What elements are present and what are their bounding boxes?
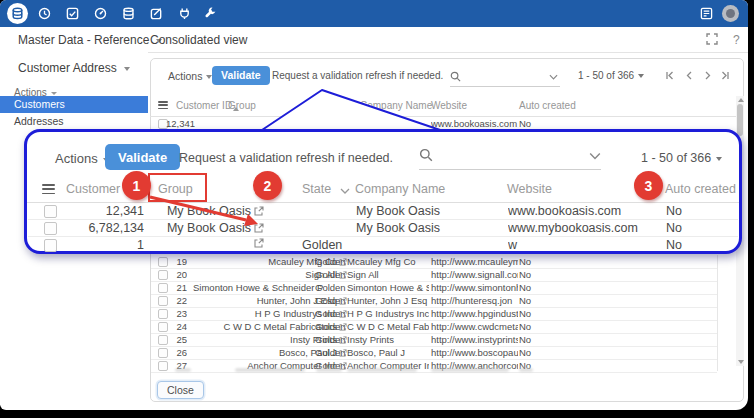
first-page-icon[interactable] bbox=[664, 70, 675, 81]
pagination-range[interactable]: 1 - 50 of 366 bbox=[641, 151, 722, 165]
table-row[interactable]: 6,782,134 My Book Oasis My Book Oasis ww… bbox=[28, 219, 738, 237]
plug-icon[interactable] bbox=[178, 7, 191, 20]
table-row[interactable]: 22 Hunter, John J Esq Golden Hunter, Joh… bbox=[151, 294, 717, 308]
table-row[interactable]: 20 Sign All Golden Sign All http://www.s… bbox=[151, 268, 717, 282]
cell-auto-created: No bbox=[666, 238, 706, 252]
cell-website: http://www.hpgindustrysinc.co bbox=[431, 308, 518, 319]
column-auto-created[interactable]: Auto created bbox=[519, 100, 576, 111]
external-link-icon bbox=[339, 120, 347, 128]
chevron-down-icon bbox=[638, 74, 644, 78]
cell-customer-id: 26 bbox=[151, 347, 187, 358]
column-company-name[interactable]: Company Name bbox=[355, 182, 445, 196]
cell-company: Sign All bbox=[347, 269, 429, 280]
search-input[interactable] bbox=[419, 144, 601, 170]
grid-actions-menu[interactable]: Actions bbox=[55, 151, 109, 166]
row-checkbox[interactable] bbox=[44, 205, 57, 218]
column-website[interactable]: Website bbox=[431, 100, 467, 111]
data-stack-icon[interactable] bbox=[122, 7, 135, 20]
highlight-rectangle-group-column bbox=[148, 173, 207, 202]
group-link-label: Simonton Howe & Schneider P bbox=[193, 282, 323, 293]
screenshot-stage: Master Data - Reference Consolidated vie… bbox=[0, 0, 754, 418]
dataset-selector[interactable]: Customer Address bbox=[18, 61, 130, 75]
search-input[interactable] bbox=[450, 68, 560, 87]
column-customer-id[interactable]: Customer ID bbox=[176, 100, 232, 111]
cell-website: http://www.cwdcmetalfabricat bbox=[431, 321, 518, 332]
cell-state: Golden bbox=[315, 347, 349, 358]
scrollbar-thumb[interactable] bbox=[737, 104, 743, 136]
validate-button[interactable]: Validate bbox=[105, 144, 180, 170]
scroll-down-icon[interactable] bbox=[738, 360, 744, 364]
chevron-down-icon[interactable] bbox=[549, 74, 558, 80]
top-navigation-bar bbox=[0, 0, 748, 27]
cell-customer-id: 1 bbox=[58, 238, 144, 252]
table-row[interactable]: 24 C W D C Metal Fabricators Golden C W … bbox=[151, 320, 717, 334]
module-selector[interactable]: Master Data - Reference bbox=[18, 33, 162, 47]
expand-icon[interactable] bbox=[706, 33, 718, 45]
cell-auto-created: No bbox=[519, 282, 549, 293]
table-row[interactable]: 23 H P G Industrys Inc Golden H P G Indu… bbox=[151, 307, 717, 321]
pagination-label: 1 - 50 of 366 bbox=[578, 70, 634, 81]
grid-actions-label: Actions bbox=[168, 70, 202, 82]
table-row[interactable]: 25 Insty Prints Golden Insty Prints http… bbox=[151, 333, 717, 347]
grid-actions-menu[interactable]: Actions bbox=[168, 70, 212, 82]
user-avatar[interactable] bbox=[722, 5, 739, 22]
database-home-icon[interactable] bbox=[7, 3, 28, 24]
cell-auto-created: No bbox=[519, 256, 549, 267]
table-row[interactable]: 21 Simonton Howe & Schneider P Golden Si… bbox=[151, 281, 717, 295]
close-button[interactable]: Close bbox=[157, 381, 204, 399]
cell-group[interactable] bbox=[148, 238, 264, 248]
gauge-icon[interactable] bbox=[94, 7, 107, 20]
row-checkbox[interactable] bbox=[44, 239, 57, 252]
view-title: Consolidated view bbox=[150, 33, 247, 47]
sidebar-item-addresses[interactable]: Addresses bbox=[0, 113, 148, 130]
cell-company: Bosco, Paul J bbox=[347, 347, 429, 358]
column-menu-icon[interactable] bbox=[158, 101, 168, 109]
table-row[interactable]: 26 Bosco, Paul J Golden Bosco, Paul J ht… bbox=[151, 346, 717, 360]
column-menu-icon[interactable] bbox=[42, 184, 55, 194]
cell-group[interactable]: My Book Oasis bbox=[193, 118, 347, 129]
cell-group[interactable]: My Book Oasis bbox=[148, 204, 264, 218]
scroll-up-icon[interactable] bbox=[738, 98, 744, 102]
column-website[interactable]: Website bbox=[507, 182, 552, 196]
check-square-icon[interactable] bbox=[66, 7, 79, 20]
cell-state: Golden bbox=[315, 295, 349, 306]
chevron-down-icon bbox=[340, 188, 350, 194]
help-icon[interactable]: ? bbox=[733, 33, 740, 47]
column-company-name[interactable]: Company Name bbox=[360, 100, 432, 111]
dataset-title: Customer Address bbox=[18, 61, 117, 75]
form-icon[interactable] bbox=[700, 7, 713, 20]
validate-button[interactable]: Validate bbox=[212, 66, 270, 85]
table-row[interactable]: 1 Golden w No bbox=[28, 236, 738, 253]
column-state[interactable]: State bbox=[316, 100, 339, 111]
table-row[interactable]: 12,341 My Book Oasis My Book Oasis www.b… bbox=[28, 202, 738, 220]
cell-company: My Book Oasis bbox=[347, 118, 429, 129]
cell-customer-id: 20 bbox=[151, 269, 187, 280]
cell-website: www.bookoasis.com bbox=[508, 204, 658, 218]
search-icon bbox=[419, 148, 433, 162]
next-page-icon[interactable] bbox=[702, 70, 713, 81]
last-page-icon[interactable] bbox=[720, 70, 731, 81]
clock-icon[interactable] bbox=[38, 7, 51, 20]
column-auto-created[interactable]: Auto created bbox=[665, 182, 736, 196]
table-row[interactable]: 19 Mcauley Mfg Co Golden Mcauley Mfg Co … bbox=[151, 255, 717, 269]
chevron-down-icon[interactable] bbox=[589, 152, 601, 160]
wrench-icon[interactable] bbox=[204, 7, 217, 20]
column-group[interactable]: Group bbox=[228, 100, 256, 111]
chevron-down-icon bbox=[51, 92, 57, 95]
pagination-range[interactable]: 1 - 50 of 366 bbox=[578, 70, 644, 81]
row-checkbox[interactable] bbox=[44, 222, 57, 235]
previous-page-icon[interactable] bbox=[684, 70, 695, 81]
table-header: Customer ID Group State Company Name Web… bbox=[150, 94, 744, 117]
cell-company: My Book Oasis bbox=[356, 204, 506, 218]
external-link-icon bbox=[254, 206, 264, 216]
column-state[interactable]: State bbox=[302, 182, 331, 196]
cell-website: http://www.boscopaulj.com bbox=[431, 347, 518, 358]
cell-state: Golden bbox=[315, 282, 349, 293]
sidebar-item-customers[interactable]: Customers bbox=[0, 96, 148, 113]
edit-check-icon[interactable] bbox=[150, 7, 163, 20]
cell-group[interactable]: My Book Oasis bbox=[148, 221, 264, 235]
cell-customer-id: 12,341 bbox=[58, 204, 144, 218]
cell-website: www.bookoasis.com bbox=[431, 118, 518, 129]
cell-auto-created: No bbox=[666, 221, 706, 235]
cell-company: Insty Prints bbox=[347, 334, 429, 345]
